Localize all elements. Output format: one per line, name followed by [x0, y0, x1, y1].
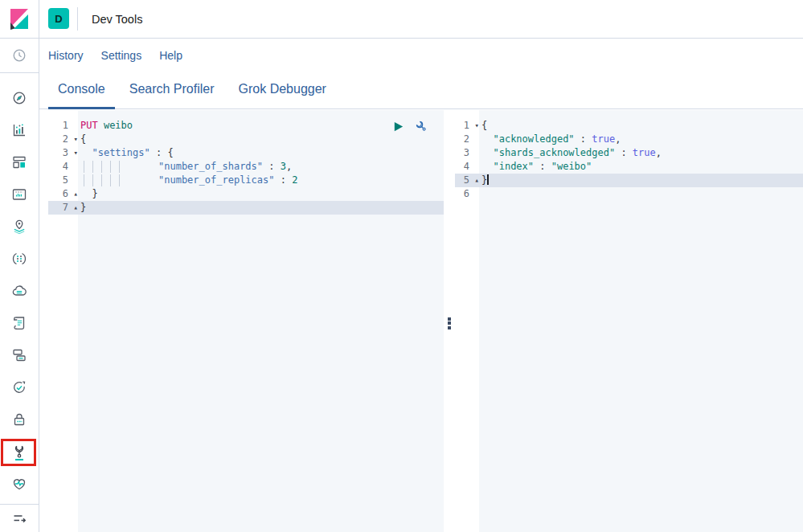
- code-line: 5▴}: [455, 174, 803, 187]
- token-url: weibo: [104, 120, 133, 131]
- heart-pulse-icon: [11, 476, 27, 492]
- token-number: 2: [292, 174, 297, 186]
- code-line: 2 "acknowledged" : true,: [455, 133, 803, 146]
- sidebar-item-dev-tools[interactable]: [0, 436, 39, 468]
- token-punct: :: [150, 147, 168, 158]
- token-number: 3: [281, 161, 286, 172]
- sidebar-item-maps[interactable]: [0, 211, 39, 243]
- token-punct: :: [615, 147, 633, 158]
- clock-icon: [11, 47, 27, 63]
- compass-icon: [11, 90, 27, 106]
- uptime-icon: [11, 379, 27, 395]
- lock-icon: [11, 411, 27, 428]
- sidebar-item-canvas[interactable]: [0, 178, 39, 211]
- code-line-content: }: [78, 187, 444, 201]
- wrench-icon: [415, 120, 428, 133]
- sidebar-item-logs[interactable]: [0, 307, 39, 339]
- apm-icon: [11, 347, 27, 363]
- pane-resizer[interactable]: [444, 110, 455, 532]
- code-line-content: "acknowledged" : true,: [479, 133, 803, 146]
- map-pin-icon: [11, 219, 27, 235]
- line-number: 4: [464, 161, 469, 172]
- send-request-button[interactable]: [392, 121, 404, 137]
- dev-tools-tabs: ConsoleSearch ProfilerGrok Debugger: [39, 72, 803, 109]
- sidebar-item-visualize[interactable]: [0, 114, 39, 146]
- indent-guides: [84, 161, 120, 173]
- token-punct: ,: [656, 147, 662, 158]
- collapse-icon: [11, 510, 27, 526]
- token-punct: ,: [615, 133, 621, 145]
- token-key: "number_of_replicas": [158, 174, 275, 186]
- token-punct: :: [263, 161, 281, 172]
- sidebar-item-stack-monitoring[interactable]: [0, 468, 39, 500]
- token-plain: [481, 147, 493, 158]
- sidebar-item-dashboard[interactable]: [0, 146, 39, 178]
- token-plain: [481, 161, 493, 172]
- code-line-content: "settings" : {: [78, 146, 444, 160]
- wrench-icon: [11, 444, 27, 460]
- sidebar-item-security[interactable]: [0, 403, 39, 436]
- line-number: 2: [464, 133, 469, 145]
- code-line-content: "number_of_shards" : 3,: [78, 160, 444, 174]
- space-badge[interactable]: D: [48, 8, 69, 29]
- menu-history[interactable]: History: [48, 49, 84, 62]
- line-number: 5: [464, 174, 469, 186]
- token-punct: {: [167, 147, 173, 158]
- token-rkey: "acknowledged": [493, 133, 574, 145]
- code-line: 6▴ }: [48, 187, 444, 201]
- token-rkey: "shards_acknowledged": [493, 147, 615, 158]
- code-line-content: PUT weibo: [78, 119, 444, 133]
- code-line-content: {: [78, 133, 444, 146]
- line-number: 6: [63, 188, 68, 199]
- text-cursor: [487, 174, 489, 185]
- code-line: 1PUT weibo: [48, 119, 444, 133]
- sidebar-item-collapse[interactable]: [0, 505, 39, 532]
- code-line: 2▾{: [48, 133, 444, 146]
- request-options-button[interactable]: [415, 120, 428, 137]
- code-line-content: }: [78, 201, 444, 215]
- tab-grok-debugger[interactable]: Grok Debugger: [229, 72, 336, 109]
- token-plain: [80, 147, 92, 158]
- console-menu: HistorySettingsHelp: [39, 38, 803, 72]
- code-line: 4"number_of_shards" : 3,: [48, 160, 444, 174]
- canvas-icon: [11, 186, 27, 203]
- badge-separator: [77, 7, 78, 31]
- code-line-content: "index" : "weibo": [479, 160, 803, 174]
- token-key: "number_of_shards": [158, 161, 263, 172]
- menu-help[interactable]: Help: [159, 49, 182, 62]
- code-line-content: }: [479, 174, 803, 187]
- code-line-content: [479, 187, 803, 201]
- token-punct: }: [80, 188, 98, 199]
- sidebar-item-apm[interactable]: [0, 339, 39, 371]
- sidebar-item-recently-viewed[interactable]: [0, 38, 39, 73]
- response-viewer[interactable]: 1▾{2 "acknowledged" : true,3 "shards_ack…: [455, 110, 803, 532]
- app-sidebar: [0, 38, 39, 532]
- code-line: 6: [455, 187, 803, 201]
- tab-console[interactable]: Console: [48, 72, 115, 109]
- line-number: 3: [63, 147, 68, 158]
- code-line-content: "shards_acknowledged" : true,: [479, 146, 803, 160]
- code-line: 7▴}: [48, 201, 444, 215]
- kibana-logo[interactable]: [0, 0, 39, 38]
- token-bool: true: [633, 147, 656, 158]
- line-number: 3: [464, 147, 469, 158]
- code-line-content: {: [479, 119, 803, 133]
- sidebar-item-machine-learning[interactable]: [0, 243, 39, 275]
- token-rkey: "index": [493, 161, 534, 172]
- tab-search-profiler[interactable]: Search Profiler: [120, 72, 224, 109]
- menu-settings[interactable]: Settings: [101, 49, 142, 62]
- code-line-content: "number_of_replicas" : 2: [78, 174, 444, 187]
- token-method: PUT: [80, 120, 98, 131]
- indent-guides: [84, 174, 120, 186]
- request-editor[interactable]: 1PUT weibo2▾{3▾ "settings" : {4"number_o…: [48, 110, 444, 532]
- sidebar-item-uptime[interactable]: [0, 371, 39, 403]
- line-number: 5: [63, 174, 68, 186]
- code-line: 3▾ "settings" : {: [48, 146, 444, 160]
- line-number: 1: [63, 120, 68, 131]
- bar-chart-icon: [11, 122, 27, 138]
- sidebar-item-discover[interactable]: [0, 82, 39, 114]
- sidebar-item-metrics[interactable]: [0, 275, 39, 307]
- token-punct: }: [481, 174, 487, 186]
- top-bar: D Dev Tools: [0, 0, 803, 39]
- code-line: 5"number_of_replicas" : 2: [48, 174, 444, 187]
